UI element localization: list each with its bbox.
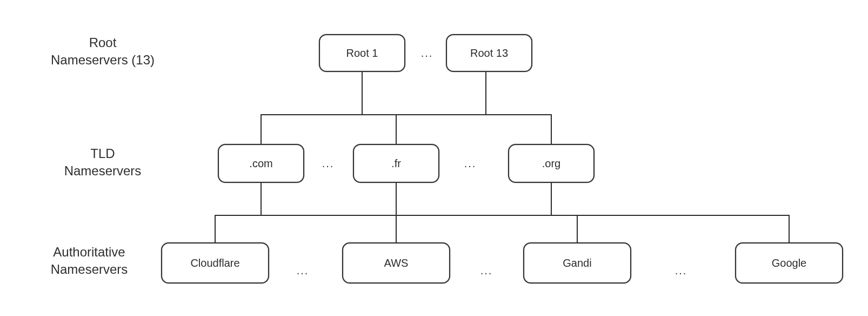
node-tld-org: .org bbox=[508, 144, 595, 183]
ellipsis-auth-3: ... bbox=[675, 265, 687, 277]
node-root-1: Root 1 bbox=[319, 34, 405, 72]
ellipsis-tld-1: ... bbox=[322, 157, 335, 170]
node-auth-gandi: Gandi bbox=[523, 242, 631, 284]
ellipsis-root: ... bbox=[421, 47, 433, 60]
row-label-tld: TLD Nameservers bbox=[49, 145, 157, 180]
dns-hierarchy-diagram: Root Nameservers (13) TLD Nameservers Au… bbox=[0, 0, 868, 316]
node-tld-com: .com bbox=[218, 144, 304, 183]
node-tld-fr: .fr bbox=[353, 144, 439, 183]
row-label-root: Root Nameservers (13) bbox=[32, 34, 173, 69]
ellipsis-auth-2: ... bbox=[480, 265, 493, 277]
node-root-13: Root 13 bbox=[446, 34, 532, 72]
node-auth-cloudflare: Cloudflare bbox=[161, 242, 269, 284]
ellipsis-tld-2: ... bbox=[464, 157, 477, 170]
node-auth-google: Google bbox=[735, 242, 843, 284]
node-auth-aws: AWS bbox=[342, 242, 450, 284]
ellipsis-auth-1: ... bbox=[297, 265, 309, 277]
row-label-auth: Authoritative Nameservers bbox=[30, 243, 149, 279]
